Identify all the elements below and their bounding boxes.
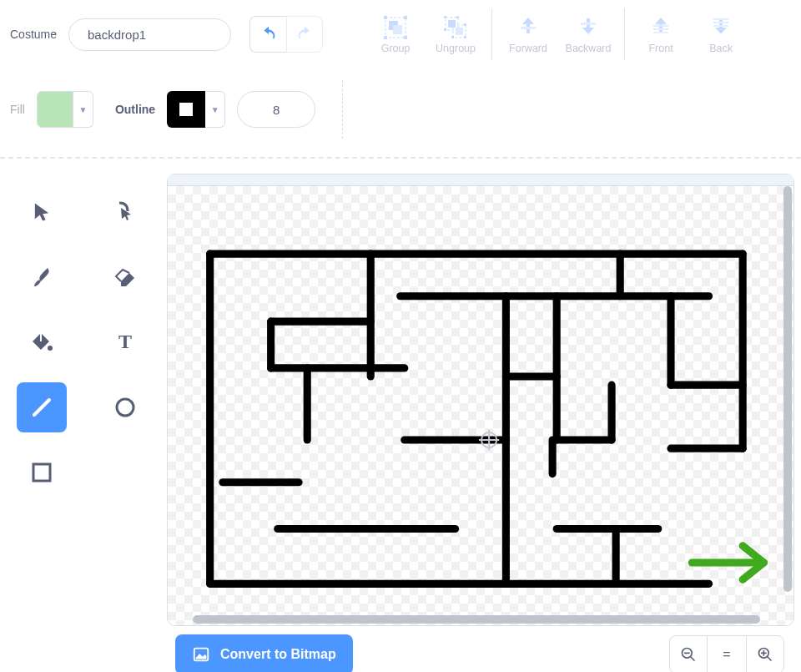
svg-rect-14 xyxy=(464,23,466,26)
svg-rect-19 xyxy=(581,23,596,25)
forward-button[interactable]: Forward xyxy=(504,15,552,54)
group-icon xyxy=(383,15,408,40)
select-tool[interactable] xyxy=(17,187,67,237)
undo-icon xyxy=(259,25,278,43)
back-icon xyxy=(710,15,732,40)
zoom-out-button[interactable] xyxy=(669,635,708,672)
reshape-tool[interactable] xyxy=(100,187,150,237)
convert-to-bitmap-button[interactable]: Convert to Bitmap xyxy=(175,634,353,672)
svg-rect-6 xyxy=(404,36,407,39)
stroke-width-input[interactable] xyxy=(237,91,315,128)
svg-rect-5 xyxy=(384,36,387,39)
rect-tool[interactable] xyxy=(17,447,67,498)
svg-rect-18 xyxy=(521,27,536,29)
svg-rect-21 xyxy=(653,28,668,30)
zoom-controls: = xyxy=(669,635,784,672)
svg-rect-4 xyxy=(404,16,407,19)
svg-rect-16 xyxy=(464,36,466,38)
group-button[interactable]: Group xyxy=(371,15,420,54)
svg-line-67 xyxy=(691,657,695,661)
paint-bucket-icon xyxy=(29,330,54,355)
text-tool[interactable]: T xyxy=(100,317,150,367)
backward-label: Backward xyxy=(566,43,612,54)
group-label: Group xyxy=(381,43,411,54)
forward-label: Forward xyxy=(509,43,547,54)
outline-label: Outline xyxy=(115,103,155,116)
circle-icon xyxy=(113,395,138,420)
ungroup-icon xyxy=(443,15,468,40)
vertical-scrollbar[interactable] xyxy=(783,186,792,592)
text-icon: T xyxy=(113,330,138,355)
eraser-tool[interactable] xyxy=(100,252,150,302)
undo-button[interactable] xyxy=(249,16,286,53)
horizontal-scrollbar[interactable] xyxy=(193,615,760,624)
forward-icon xyxy=(517,15,539,40)
zoom-out-icon xyxy=(680,646,697,663)
separator xyxy=(342,80,343,139)
circle-tool[interactable] xyxy=(100,382,150,432)
chevron-down-icon: ▼ xyxy=(211,105,219,114)
zoom-in-icon xyxy=(757,646,773,663)
front-button[interactable]: Front xyxy=(637,15,685,54)
brush-icon xyxy=(29,265,54,290)
svg-point-29 xyxy=(117,399,134,416)
zoom-in-button[interactable] xyxy=(746,635,784,672)
svg-rect-2 xyxy=(393,25,402,34)
redo-button[interactable] xyxy=(286,16,323,53)
separator xyxy=(491,8,492,60)
redo-icon xyxy=(295,25,314,43)
backward-button[interactable]: Backward xyxy=(564,15,612,54)
drawing-canvas[interactable] xyxy=(167,174,794,626)
svg-point-26 xyxy=(48,346,53,351)
square-icon xyxy=(29,460,54,485)
chevron-down-icon: ▼ xyxy=(78,105,87,114)
separator xyxy=(624,8,625,60)
ungroup-label: Ungroup xyxy=(436,43,476,54)
svg-rect-22 xyxy=(653,32,668,33)
reshape-icon xyxy=(113,200,138,225)
brush-tool[interactable] xyxy=(17,252,67,302)
costume-name-input[interactable] xyxy=(68,18,231,51)
costume-label: Costume xyxy=(10,28,57,41)
svg-rect-25 xyxy=(713,25,728,27)
outline-dropdown[interactable]: ▼ xyxy=(205,91,225,128)
svg-rect-17 xyxy=(451,36,454,38)
convert-label: Convert to Bitmap xyxy=(220,647,336,662)
canvas-ruler xyxy=(168,174,793,186)
back-label: Back xyxy=(709,43,733,54)
fill-tool[interactable] xyxy=(17,317,67,367)
svg-rect-24 xyxy=(713,22,728,23)
svg-rect-12 xyxy=(456,16,459,18)
svg-rect-13 xyxy=(451,23,454,26)
svg-rect-30 xyxy=(33,464,50,481)
line-icon xyxy=(29,395,54,420)
svg-line-70 xyxy=(768,657,772,661)
front-icon xyxy=(650,15,672,40)
fill-color-swatch[interactable] xyxy=(37,91,73,128)
svg-text:T: T xyxy=(118,331,132,352)
back-button[interactable]: Back xyxy=(697,15,745,54)
svg-rect-11 xyxy=(444,16,446,18)
svg-rect-3 xyxy=(384,16,387,19)
front-label: Front xyxy=(648,43,673,54)
checker-background xyxy=(168,186,793,625)
svg-line-28 xyxy=(34,400,49,415)
ungroup-button[interactable]: Ungroup xyxy=(431,15,480,54)
pointer-icon xyxy=(30,200,53,224)
backward-icon xyxy=(577,15,599,40)
line-tool[interactable] xyxy=(17,382,67,432)
svg-rect-10 xyxy=(456,28,463,35)
zoom-reset-button[interactable]: = xyxy=(708,635,746,672)
equals-icon: = xyxy=(723,647,730,662)
tool-palette: T xyxy=(0,174,167,626)
eraser-icon xyxy=(113,265,138,290)
undo-redo-group xyxy=(249,16,323,53)
fill-label: Fill xyxy=(10,103,25,116)
image-icon xyxy=(192,645,210,664)
svg-rect-23 xyxy=(713,18,728,20)
fill-dropdown[interactable]: ▼ xyxy=(73,91,93,128)
outline-color-swatch[interactable] xyxy=(167,91,205,128)
svg-rect-15 xyxy=(444,28,446,31)
svg-rect-20 xyxy=(653,25,668,27)
